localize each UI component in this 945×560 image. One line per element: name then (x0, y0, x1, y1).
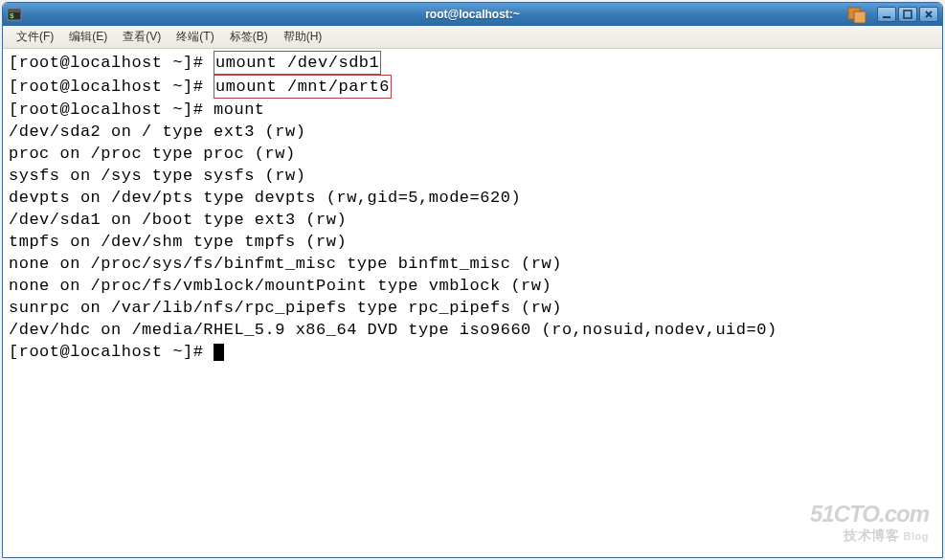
cursor (214, 344, 224, 361)
terminal-icon: $ (7, 7, 22, 22)
watermark: 51CTO.com 技术博客 Blog (810, 503, 929, 548)
menubar: 文件(F) 编辑(E) 查看(V) 终端(T) 标签(B) 帮助(H) (3, 26, 942, 49)
window-title: root@localhost:~ (425, 8, 520, 21)
output-line: devpts on /dev/pts type devpts (rw,gid=5… (9, 187, 936, 209)
menu-file[interactable]: 文件(F) (9, 27, 61, 47)
output-line: sysfs on /sys type sysfs (rw) (9, 165, 936, 187)
titlebar-app-icon (846, 5, 869, 24)
output-line: /dev/sda2 on / type ext3 (rw) (9, 121, 936, 143)
watermark-blog: Blog (904, 530, 929, 542)
svg-rect-6 (904, 11, 911, 18)
maximize-button[interactable] (898, 7, 917, 22)
watermark-subtitle: 技术博客 (844, 527, 899, 543)
titlebar[interactable]: $ root@localhost:~ (3, 3, 942, 26)
close-button[interactable] (919, 7, 938, 22)
output-line: none on /proc/fs/vmblock/mountPoint type… (9, 275, 936, 297)
menu-edit[interactable]: 编辑(E) (61, 27, 115, 47)
watermark-brand: 51CTO.com (810, 503, 929, 525)
prompt: [root@localhost ~]# (9, 78, 214, 96)
output-line: proc on /proc type proc (rw) (9, 143, 936, 165)
terminal-area[interactable]: [root@localhost ~]# umount /dev/sdb1 [ro… (3, 49, 942, 557)
maximize-icon (903, 10, 912, 19)
menu-view[interactable]: 查看(V) (115, 27, 169, 47)
output-line: none on /proc/sys/fs/binfmt_misc type bi… (9, 253, 936, 275)
output-line: /dev/sda1 on /boot type ext3 (rw) (9, 209, 936, 231)
output-line: sunrpc on /var/lib/nfs/rpc_pipefs type r… (9, 297, 936, 319)
menu-terminal[interactable]: 终端(T) (169, 27, 221, 47)
svg-rect-5 (883, 16, 890, 18)
prompt: [root@localhost ~]# (9, 54, 214, 72)
svg-text:$: $ (10, 11, 14, 20)
prompt: [root@localhost ~]# (9, 101, 214, 119)
close-icon (924, 10, 934, 19)
svg-rect-4 (854, 11, 866, 23)
output-line: /dev/hdc on /media/RHEL_5.9 x86_64 DVD t… (9, 319, 936, 341)
menu-help[interactable]: 帮助(H) (276, 27, 330, 47)
window-controls (877, 7, 938, 22)
minimize-button[interactable] (877, 7, 896, 22)
minimize-icon (882, 10, 891, 19)
command: mount (214, 101, 265, 119)
prompt: [root@localhost ~]# (9, 343, 214, 361)
menu-tabs[interactable]: 标签(B) (222, 27, 276, 47)
command-highlighted: umount /mnt/part6 (214, 75, 392, 99)
command-highlighted: umount /dev/sdb1 (214, 51, 381, 75)
output-line: tmpfs on /dev/shm type tmpfs (rw) (9, 231, 936, 253)
terminal-window: $ root@localhost:~ 文件(F) 编辑(E) 查看(V) 终端(… (2, 2, 943, 558)
